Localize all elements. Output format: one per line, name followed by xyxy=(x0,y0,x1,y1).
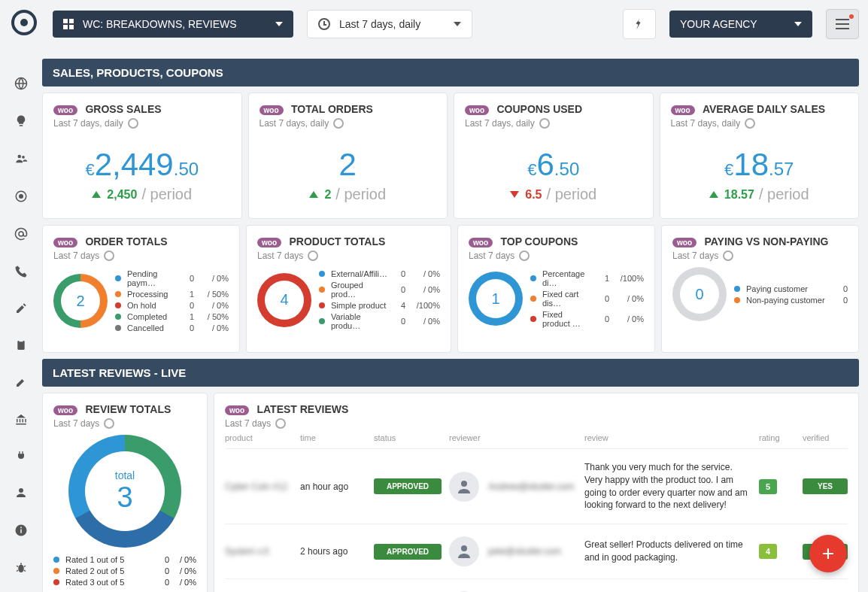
card-total-orders: woo TOTAL ORDERS Last 7 days, daily 2 2/… xyxy=(248,93,448,219)
period-label: / period xyxy=(335,186,386,203)
legend-value: 0 xyxy=(156,578,169,587)
legend-dot xyxy=(734,297,740,303)
legend-item: Percentage di…1/100% xyxy=(530,269,644,287)
card-title: REVIEW TOTALS xyxy=(85,403,171,415)
table-row[interactable]: Cyber Coin #12an hour agoAPPROVEDAndrew@… xyxy=(225,448,848,524)
legend-label: Fixed product … xyxy=(542,310,591,328)
phone-icon[interactable] xyxy=(14,265,28,281)
woo-badge: woo xyxy=(53,105,77,115)
view-dropdown[interactable]: WC: BREAKDOWNS, REVIEWS xyxy=(53,11,293,38)
legend-item: Fixed cart dis…0/ 0% xyxy=(530,290,644,308)
legend-item: Grouped prod…0/ 0% xyxy=(319,281,440,299)
woo-badge: woo xyxy=(259,105,284,115)
menu-button[interactable] xyxy=(826,9,859,39)
bug-icon[interactable] xyxy=(14,561,28,578)
clipboard-icon[interactable] xyxy=(15,339,27,355)
table-row[interactable]: System v.02 hours agoAPPROVEDPeter@xbutl… xyxy=(225,578,848,592)
agency-dropdown[interactable]: YOUR AGENCY xyxy=(669,11,812,38)
svg-point-14 xyxy=(20,527,22,528)
card-sub: Last 7 days, daily xyxy=(465,118,535,129)
col-status: status xyxy=(374,433,442,442)
arrow-up-icon xyxy=(92,191,101,198)
legend-label: Fixed cart dis… xyxy=(542,290,591,308)
legend-dot xyxy=(319,318,325,324)
delta: 6.5 xyxy=(525,188,542,202)
legend-dot xyxy=(319,302,325,308)
woo-badge: woo xyxy=(465,105,489,115)
target-icon xyxy=(723,250,733,261)
svg-rect-10 xyxy=(19,340,23,342)
hamburger-icon xyxy=(836,19,849,29)
info-icon[interactable] xyxy=(14,524,28,540)
pencil-icon[interactable] xyxy=(15,302,27,317)
date-label: Last 7 days, daily xyxy=(339,18,420,30)
donut-center: 1 xyxy=(476,279,515,318)
svg-point-16 xyxy=(461,481,467,487)
value-dec: .57 xyxy=(769,159,794,180)
bank-icon[interactable] xyxy=(14,412,28,429)
card-product-totals: woo PRODUCT TOTALS Last 7 days 4 Externa… xyxy=(246,225,451,353)
cell-time: 2 hours ago xyxy=(300,546,366,557)
legend-pct: / 0% xyxy=(614,294,644,303)
at-icon[interactable] xyxy=(14,227,28,244)
card-paying: woo PAYING VS NON-PAYING Last 7 days 0 P… xyxy=(661,225,859,353)
legend-label: Variable produ… xyxy=(331,312,387,330)
plug-icon[interactable] xyxy=(15,450,27,465)
plug-icon xyxy=(633,17,646,31)
currency: € xyxy=(724,160,733,180)
user-icon[interactable] xyxy=(14,486,28,502)
delta: 2,450 xyxy=(107,188,137,202)
legend-item: Rated 3 out of 50/ 0% xyxy=(53,578,196,587)
legend-value: 0 xyxy=(392,317,405,326)
card-sub: Last 7 days xyxy=(53,418,99,429)
legend-pct: / 0% xyxy=(199,274,229,283)
arrow-up-icon xyxy=(309,191,318,198)
legend-value: 0 xyxy=(392,269,405,278)
legend-dot xyxy=(115,325,121,331)
legend-pct: / 0% xyxy=(199,323,229,332)
card-title: TOP COUPONS xyxy=(500,235,578,247)
bulb-icon[interactable] xyxy=(14,114,28,131)
donut-center: 4 xyxy=(265,281,304,320)
legend-label: Non-paying customer xyxy=(746,296,830,305)
wand-icon[interactable] xyxy=(15,376,27,391)
svg-rect-9 xyxy=(17,341,24,350)
globe-icon[interactable] xyxy=(14,77,28,93)
date-dropdown[interactable]: Last 7 days, daily xyxy=(307,10,472,38)
add-fab[interactable]: + xyxy=(809,535,847,572)
legend-value: 0 xyxy=(156,555,169,564)
people-icon[interactable] xyxy=(14,152,28,168)
cell-product: System v.0 xyxy=(225,546,293,557)
card-gross-sales: woo GROSS SALES Last 7 days, daily €2,44… xyxy=(42,93,242,219)
legend-label: Processing xyxy=(127,290,176,299)
agency-label: YOUR AGENCY xyxy=(680,18,757,30)
legend-pct: / 50% xyxy=(199,290,229,299)
connections-button[interactable] xyxy=(623,9,656,39)
target-icon xyxy=(745,118,755,129)
cell-time: an hour ago xyxy=(300,481,366,492)
legend-pct: / 0% xyxy=(174,566,196,575)
card-title: COUPONS USED xyxy=(496,103,582,115)
svg-point-5 xyxy=(22,156,25,159)
target-icon xyxy=(308,250,318,261)
legend-label: Rated 2 out of 5 xyxy=(65,566,151,575)
woo-badge: woo xyxy=(53,238,77,247)
period-label: / period xyxy=(547,186,597,203)
donut-top-coupons: 1 xyxy=(469,272,523,326)
verified-pill: YES xyxy=(803,478,848,494)
col-time: time xyxy=(300,433,366,442)
delta: 2 xyxy=(324,188,331,202)
value-int: 6 xyxy=(537,147,554,183)
card-order-totals: woo ORDER TOTALS Last 7 days 2 Pending p… xyxy=(42,225,240,353)
table-row[interactable]: System v.02 hours agoAPPROVEDpete@xbutle… xyxy=(225,524,848,578)
legend-value: 0 xyxy=(596,294,609,303)
period-label: / period xyxy=(141,186,192,203)
cell-product: Cyber Coin #12 xyxy=(225,481,293,492)
card-sub: Last 7 days xyxy=(257,250,303,261)
legend-label: Completed xyxy=(127,312,176,321)
legend-pct: / 0% xyxy=(174,578,196,587)
legend-top-coupons: Percentage di…1/100%Fixed cart dis…0/ 0%… xyxy=(530,267,644,330)
grid-icon xyxy=(63,19,74,29)
donut-review-totals: total3 xyxy=(68,435,181,548)
seo-icon[interactable] xyxy=(14,190,28,206)
